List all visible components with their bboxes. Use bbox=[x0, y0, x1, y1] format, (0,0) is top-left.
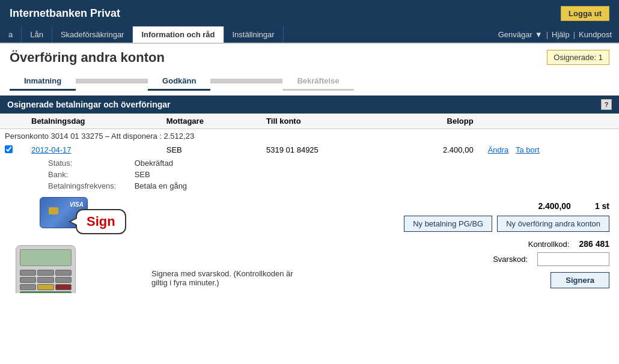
header: Internetbanken Privat Logga ut bbox=[0, 0, 619, 26]
account-row: Personkonto 3014 01 33275 – Att disponer… bbox=[0, 129, 619, 144]
total-amount: 2.400,00 bbox=[538, 201, 571, 211]
freq-value: Betala en gång bbox=[135, 181, 187, 190]
payment-actions: Ändra Ta bort bbox=[478, 143, 619, 157]
detail-bank-row: Bank: SEB bbox=[0, 169, 619, 180]
ny-overforing-button[interactable]: Ny överföring andra konton bbox=[497, 216, 609, 232]
terminal-body-container bbox=[16, 227, 76, 293]
payment-table: Betalningsdag Mottagare Till konto Belop… bbox=[0, 114, 619, 192]
terminal-screen bbox=[20, 249, 72, 266]
detail-status-row: Status: Obekräftad bbox=[0, 157, 619, 169]
freq-label: Betalningsfrekvens: bbox=[48, 181, 132, 190]
nav-hjalp[interactable]: Hjälp bbox=[552, 30, 570, 39]
ny-betalning-button[interactable]: Ny betalning PG/BG bbox=[404, 216, 492, 232]
page-title: Överföring andra konton bbox=[10, 50, 165, 65]
th-belopp: Belopp bbox=[393, 114, 478, 129]
key-5 bbox=[37, 277, 53, 283]
section-title: Osignerade betalningar och överföringar bbox=[7, 100, 171, 109]
payment-recipient: SEB bbox=[162, 143, 261, 157]
buttons-row: Ny betalning PG/BG Ny överföring andra k… bbox=[320, 216, 609, 232]
total-count: 1 st bbox=[595, 201, 609, 211]
card-chip bbox=[49, 207, 58, 214]
tab-godkann[interactable]: Godkänn bbox=[148, 73, 210, 91]
signera-button[interactable]: Signera bbox=[550, 272, 609, 288]
terminal-body bbox=[16, 245, 76, 293]
tab-inmatning[interactable]: Inmatning bbox=[10, 73, 76, 91]
progress-bar-1 bbox=[76, 79, 148, 83]
kontrollkod-value: 286 481 bbox=[579, 239, 609, 249]
detail-freq-row: Betalningsfrekvens: Betala en gång bbox=[0, 180, 619, 192]
genvagar-arrow-icon: ▼ bbox=[535, 30, 543, 39]
logout-button[interactable]: Logga ut bbox=[561, 6, 609, 21]
nav-item-lan[interactable]: Lån bbox=[22, 26, 52, 43]
nav-items: a Lån Skadeförsäkringar Information och … bbox=[0, 26, 284, 43]
bottom-section: VISA bbox=[0, 196, 619, 293]
tab-bekraftelse: Bekräftelse bbox=[282, 73, 353, 91]
key-4 bbox=[20, 277, 36, 283]
nav-genvagar[interactable]: Genvägar bbox=[498, 30, 532, 39]
svarskod-input[interactable] bbox=[537, 252, 609, 266]
nav-kundpost[interactable]: Kundpost bbox=[579, 30, 612, 39]
payment-date: 2012-04-17 bbox=[26, 143, 162, 157]
svarskod-label: Svarskod: bbox=[493, 255, 528, 264]
nav-right: Genvägar ▼ | Hjälp | Kundpost bbox=[498, 30, 619, 39]
key-7 bbox=[20, 284, 36, 290]
help-icon[interactable]: ? bbox=[601, 99, 612, 110]
payment-checkbox[interactable] bbox=[5, 145, 13, 153]
sign-bubble: Sign bbox=[76, 209, 126, 234]
table-header-row: Betalningsdag Mottagare Till konto Belop… bbox=[0, 114, 619, 129]
nav-item-skadeforsakringar[interactable]: Skadeförsäkringar bbox=[52, 26, 133, 43]
key-yellow bbox=[37, 284, 53, 290]
status-value: Obekräftad bbox=[135, 159, 173, 168]
status-label: Status: bbox=[48, 159, 132, 168]
kontrollkod-label: Kontrollkod: bbox=[528, 240, 570, 249]
app-title: Internetbanken Privat bbox=[10, 7, 120, 20]
progress-tabs: Inmatning Godkänn Bekräftelse bbox=[0, 68, 619, 96]
unsigned-badge: Osignerade: 1 bbox=[547, 50, 609, 65]
nav-item-konton[interactable]: a bbox=[0, 26, 22, 43]
key-3 bbox=[55, 270, 72, 276]
key-red bbox=[55, 284, 72, 290]
totals-row: 2.400,00 1 st bbox=[320, 201, 609, 211]
th-mottagare: Mottagare bbox=[162, 114, 261, 129]
th-betalningsdag: Betalningsdag bbox=[26, 114, 162, 129]
payment-row: 2012-04-17 SEB 5319 01 84925 2.400,00 Än… bbox=[0, 143, 619, 157]
sign-area: VISA bbox=[0, 196, 310, 293]
bank-value: SEB bbox=[135, 170, 150, 179]
totals-area: 2.400,00 1 st Ny betalning PG/BG Ny över… bbox=[310, 196, 619, 293]
svarskod-row: Svarskod: bbox=[320, 252, 609, 266]
th-checkbox bbox=[0, 114, 26, 129]
payment-date-link[interactable]: 2012-04-17 bbox=[31, 145, 72, 154]
section-header: Osignerade betalningar och överföringar … bbox=[0, 96, 619, 114]
page-header: Överföring andra konton Osignerade: 1 bbox=[0, 44, 619, 68]
progress-bar-2 bbox=[210, 79, 282, 83]
sign-message: Signera med svarskod. (Kontrollkoden är … bbox=[142, 263, 310, 293]
edit-link[interactable]: Ändra bbox=[488, 145, 509, 154]
visa-logo: VISA bbox=[70, 201, 84, 208]
sign-message-text: Signera med svarskod. (Kontrollkoden är … bbox=[151, 269, 300, 287]
kontrollkod-row: Kontrollkod: 286 481 bbox=[320, 239, 609, 249]
bank-label: Bank: bbox=[48, 170, 132, 179]
key-6 bbox=[55, 277, 72, 283]
account-info: Personkonto 3014 01 33275 – Att disponer… bbox=[0, 129, 619, 144]
signera-row: Signera bbox=[320, 272, 609, 288]
th-actions bbox=[478, 114, 619, 129]
delete-link[interactable]: Ta bort bbox=[516, 145, 540, 154]
main-content: Överföring andra konton Osignerade: 1 In… bbox=[0, 44, 619, 293]
payment-checkbox-cell bbox=[0, 143, 26, 157]
payment-to-account: 5319 01 84925 bbox=[261, 143, 393, 157]
key-2 bbox=[37, 270, 53, 276]
key-1 bbox=[20, 270, 36, 276]
nav-item-information[interactable]: Information och råd bbox=[133, 26, 224, 43]
key-green bbox=[20, 291, 72, 293]
terminal-illustration: VISA bbox=[10, 197, 142, 293]
payment-amount: 2.400,00 bbox=[393, 143, 478, 157]
top-navigation: a Lån Skadeförsäkringar Information och … bbox=[0, 26, 619, 44]
th-till-konto: Till konto bbox=[261, 114, 393, 129]
terminal-keys bbox=[20, 270, 72, 293]
nav-item-installningar[interactable]: Inställningar bbox=[224, 26, 284, 43]
